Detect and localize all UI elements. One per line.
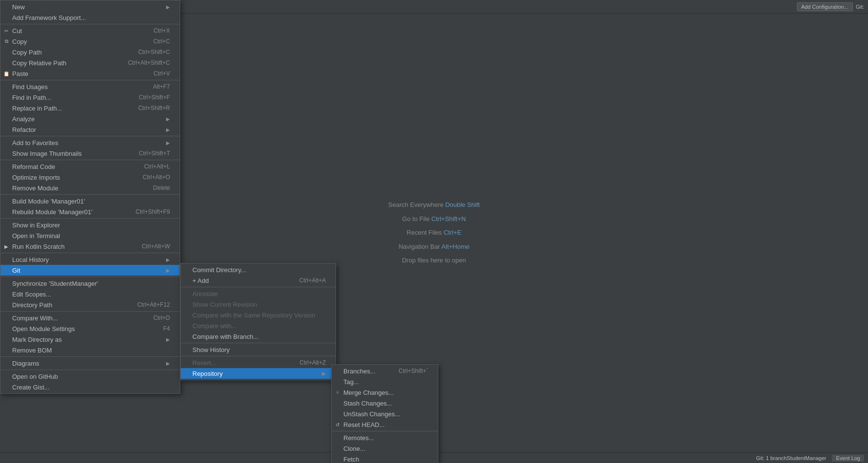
add-config-button[interactable]: Add Configuration...	[797, 2, 853, 11]
menu-item-revert: Revert...Ctrl+Alt+Z	[181, 357, 336, 368]
menu-item-paste[interactable]: 📋PasteCtrl+V	[0, 68, 180, 79]
menu-item-new[interactable]: New▶	[0, 1, 180, 12]
menu-item-local-history[interactable]: Local History▶	[0, 254, 180, 265]
mark-directory-as-label: Mark Directory as	[12, 336, 62, 343]
open-in-terminal-label: Open in Terminal	[12, 232, 60, 240]
copy-label: Copy	[12, 38, 27, 45]
git-branch-status[interactable]: Git: 1 branchStudentManager	[756, 455, 826, 461]
menu-divider	[181, 343, 336, 343]
create-gist-label: Create Gist...	[12, 384, 50, 391]
menu-item-remotes[interactable]: Remotes...	[332, 432, 438, 443]
menu-item-synchronize[interactable]: Synchronize 'StudentManager'	[0, 278, 180, 289]
reformat-code-shortcut: Ctrl+Alt+L	[144, 163, 170, 170]
menu-item-repository[interactable]: Repository▶	[181, 368, 336, 379]
menu-item-annotate: Annotate	[181, 288, 336, 299]
remove-module-shortcut: Delete	[153, 185, 170, 191]
menu-item-copy-relative-path[interactable]: Copy Relative PathCtrl+Alt+Shift+C	[0, 57, 180, 68]
add-to-favorites-label: Add to Favorites	[12, 139, 58, 147]
cut-label: Cut	[12, 27, 22, 35]
mark-directory-as-arrow-icon: ▶	[166, 337, 170, 342]
menu-item-add-framework[interactable]: Add Framework Support...	[0, 12, 180, 23]
copy-relative-path-shortcut: Ctrl+Alt+Shift+C	[128, 59, 170, 66]
menu-divider	[0, 24, 180, 24]
remove-module-label: Remove Module	[12, 185, 58, 192]
diagrams-arrow-icon: ▶	[166, 361, 170, 366]
menu-item-cut[interactable]: ✂CutCtrl+X	[0, 25, 180, 36]
menu-item-stash-changes[interactable]: Stash Changes...	[332, 398, 438, 408]
revert-shortcut: Ctrl+Alt+Z	[300, 359, 326, 366]
menu-item-replace-in-path[interactable]: Replace in Path...Ctrl+Shift+R	[0, 103, 180, 113]
edit-scopes-label: Edit Scopes...	[12, 291, 51, 298]
menu-item-directory-path[interactable]: Directory PathCtrl+Alt+F12	[0, 299, 180, 310]
menu-divider	[0, 218, 180, 219]
tag-label: Tag...	[343, 378, 359, 386]
paste-shortcut: Ctrl+V	[153, 70, 170, 77]
menu-item-optimize-imports[interactable]: Optimize ImportsCtrl+Alt+O	[0, 172, 180, 183]
menu-item-git[interactable]: Git▶	[0, 265, 180, 276]
menu-item-tag[interactable]: Tag...	[332, 376, 438, 387]
fetch-label: Fetch	[343, 456, 359, 463]
repository-arrow-icon: ▶	[322, 371, 326, 376]
menu-divider	[0, 80, 180, 80]
copy-shortcut: Ctrl+C	[153, 38, 170, 45]
menu-item-add-to-favorites[interactable]: Add to Favorites▶	[0, 137, 180, 148]
find-usages-label: Find Usages	[12, 83, 48, 91]
copy-icon: ⧉	[2, 37, 10, 45]
event-log-button[interactable]: Event Log	[832, 455, 864, 462]
menu-item-show-image-thumbnails[interactable]: Show Image ThumbnailsCtrl+Shift+T	[0, 148, 180, 159]
menu-item-open-module-settings[interactable]: Open Module SettingsF4	[0, 323, 180, 334]
menu-item-copy-path[interactable]: Copy PathCtrl+Shift+C	[0, 47, 180, 57]
revert-label: Revert...	[192, 359, 216, 367]
menu-item-merge-changes[interactable]: ⑂Merge Changes...	[332, 387, 438, 398]
menu-item-remove-bom[interactable]: Remove BOM	[0, 345, 180, 355]
compare-with-shortcut: Ctrl+D	[153, 315, 170, 321]
menu-item-show-in-explorer[interactable]: Show in Explorer	[0, 220, 180, 230]
menu-item-edit-scopes[interactable]: Edit Scopes...	[0, 289, 180, 299]
copy-relative-path-label: Copy Relative Path	[12, 59, 66, 67]
menu-item-compare-with[interactable]: Compare With...Ctrl+D	[0, 313, 180, 323]
menu-item-remove-module[interactable]: Remove ModuleDelete	[0, 183, 180, 193]
menu-item-diagrams[interactable]: Diagrams▶	[0, 358, 180, 369]
menu-item-open-in-terminal[interactable]: Open in Terminal	[0, 230, 180, 241]
run-kotlin-scratch-label: Run Kotlin Scratch	[12, 243, 65, 250]
local-history-arrow-icon: ▶	[166, 257, 170, 262]
menu-item-compare-with-branch[interactable]: Compare with Branch...	[181, 331, 336, 342]
menu-item-rebuild-module[interactable]: Rebuild Module 'Manager01'Ctrl+Shift+F9	[0, 206, 180, 217]
menu-item-add[interactable]: + AddCtrl+Alt+A	[181, 275, 336, 286]
menu-divider	[181, 287, 336, 287]
menu-item-copy[interactable]: ⧉CopyCtrl+C	[0, 36, 180, 47]
menu-item-reset-head[interactable]: ↺Reset HEAD...	[332, 419, 438, 430]
menu-item-analyze[interactable]: Analyze▶	[0, 113, 180, 124]
new-arrow-icon: ▶	[166, 4, 170, 10]
menu-divider	[0, 311, 180, 312]
menu-item-show-history[interactable]: Show History	[181, 344, 336, 355]
menu-item-reformat-code[interactable]: Reformat CodeCtrl+Alt+L	[0, 161, 180, 172]
commit-directory-label: Commit Directory...	[192, 266, 246, 274]
menu-item-create-gist[interactable]: Create Gist...	[0, 382, 180, 392]
menu-item-run-kotlin-scratch[interactable]: ▶Run Kotlin ScratchCtrl+Alt+W	[0, 241, 180, 252]
menu-item-build-module[interactable]: Build Module 'Manager01'	[0, 196, 180, 206]
directory-path-shortcut: Ctrl+Alt+F12	[137, 301, 170, 308]
menu-item-refactor[interactable]: Refactor▶	[0, 124, 180, 135]
analyze-label: Analyze	[12, 115, 35, 123]
compare-with-label: Compare with...	[192, 322, 237, 330]
menu-item-clone[interactable]: Clone...	[332, 443, 438, 454]
menu-item-unstash-changes[interactable]: UnStash Changes...	[332, 408, 438, 419]
paste-icon: 📋	[2, 70, 10, 77]
repository-label: Repository	[192, 370, 223, 377]
compare-with-branch-label: Compare with Branch...	[192, 333, 259, 340]
git-label: Git	[12, 267, 20, 274]
reset-head-label: Reset HEAD...	[343, 421, 385, 428]
menu-item-find-usages[interactable]: Find UsagesAlt+F7	[0, 81, 180, 92]
menu-item-branches[interactable]: Branches...Ctrl+Shift+`	[332, 366, 438, 376]
menu-item-fetch[interactable]: Fetch	[332, 454, 438, 463]
annotate-label: Annotate	[192, 290, 218, 297]
menu-item-find-in-path[interactable]: Find in Path...Ctrl+Shift+F	[0, 92, 180, 103]
menu-item-commit-directory[interactable]: Commit Directory...	[181, 264, 336, 275]
menu-item-mark-directory-as[interactable]: Mark Directory as▶	[0, 334, 180, 345]
paste-label: Paste	[12, 70, 28, 77]
menu-item-open-on-github[interactable]: Open on GitHub	[0, 371, 180, 382]
hint-navbar: Navigation Bar Alt+Home	[388, 240, 480, 254]
editor-hints: Search Everywhere Double Shift Go to Fil…	[388, 198, 480, 268]
synchronize-label: Synchronize 'StudentManager'	[12, 280, 98, 287]
